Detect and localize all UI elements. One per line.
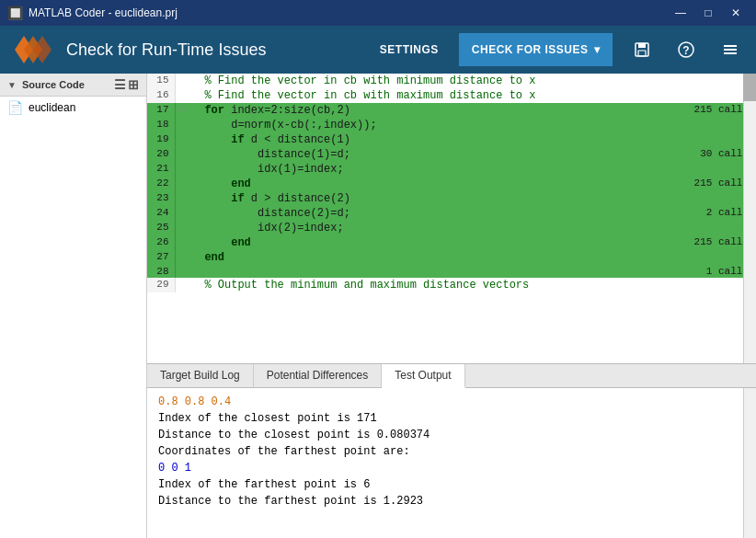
output-line: Index of the farthest point is 6 bbox=[158, 476, 745, 493]
code-line-content: d=norm(x-cb(:,index)); bbox=[188, 118, 662, 132]
line-number: 15 bbox=[147, 74, 175, 88]
call-count: 215 calls bbox=[662, 103, 756, 118]
line-number: 24 bbox=[147, 206, 175, 221]
code-scroll-area[interactable]: 15 % Find the vector in cb with minimum … bbox=[147, 74, 756, 363]
output-area: 0.8 0.8 0.4Index of the closest point is… bbox=[147, 388, 756, 538]
call-count: 2 calls bbox=[662, 206, 756, 221]
code-fold-toggle bbox=[175, 177, 188, 191]
call-count bbox=[662, 88, 756, 103]
code-line-content: end bbox=[188, 250, 662, 265]
line-number: 25 bbox=[147, 221, 175, 235]
line-number: 16 bbox=[147, 88, 175, 103]
code-fold-toggle bbox=[175, 132, 188, 147]
title-bar-controls: — □ ✕ bbox=[668, 0, 749, 26]
output-line: Index of the closest point is 171 bbox=[158, 410, 745, 427]
call-count bbox=[662, 132, 756, 147]
code-line-content: idx(1)=index; bbox=[188, 162, 662, 177]
code-line-content bbox=[188, 265, 662, 278]
code-line-content: distance(1)=d; bbox=[188, 147, 662, 162]
line-number: 29 bbox=[147, 278, 175, 292]
toolbar-left: Check for Run-Time Issues bbox=[11, 31, 266, 68]
line-number: 26 bbox=[147, 235, 175, 250]
sidebar-item-euclidean[interactable]: 📄 euclidean bbox=[0, 97, 146, 119]
code-line-content: distance(2)=d; bbox=[188, 206, 662, 221]
call-count bbox=[662, 221, 756, 235]
output-scrollbar[interactable] bbox=[743, 388, 756, 538]
line-number: 19 bbox=[147, 132, 175, 147]
code-line-content: % Find the vector in cb with minimum dis… bbox=[188, 74, 662, 88]
code-scrollbar[interactable] bbox=[743, 74, 756, 363]
sidebar-header: ▼ Source Code ☰ ⊞ bbox=[0, 74, 146, 97]
call-count bbox=[662, 191, 756, 206]
svg-rect-4 bbox=[638, 43, 646, 48]
code-table: 15 % Find the vector in cb with minimum … bbox=[147, 74, 756, 292]
call-count bbox=[662, 118, 756, 132]
line-number: 20 bbox=[147, 147, 175, 162]
code-line-content: if d > distance(2) bbox=[188, 191, 662, 206]
svg-text:?: ? bbox=[682, 44, 689, 57]
code-fold-toggle bbox=[175, 147, 188, 162]
window-title: MATLAB Coder - euclidean.prj bbox=[29, 6, 178, 19]
save-icon[interactable] bbox=[627, 35, 657, 64]
code-line-content: end bbox=[188, 235, 662, 250]
app-title: Check for Run-Time Issues bbox=[66, 40, 266, 60]
line-number: 27 bbox=[147, 250, 175, 265]
tab-target-build-log[interactable]: Target Build Log bbox=[147, 364, 254, 387]
menu-icon[interactable] bbox=[716, 35, 745, 64]
code-fold-toggle bbox=[175, 235, 188, 250]
svg-rect-8 bbox=[724, 45, 737, 47]
svg-rect-9 bbox=[724, 49, 737, 51]
svg-rect-5 bbox=[638, 51, 646, 56]
code-fold-toggle bbox=[175, 206, 188, 221]
output-line: Distance to the farthest point is 1.2923 bbox=[158, 493, 745, 509]
tree-view-icon[interactable]: ⊞ bbox=[128, 77, 139, 92]
output-line: Coordinates of the farthest point are: bbox=[158, 443, 745, 460]
file-icon: 📄 bbox=[7, 100, 23, 115]
scrollbar-thumb[interactable] bbox=[743, 74, 756, 101]
call-count bbox=[662, 162, 756, 177]
line-number: 18 bbox=[147, 118, 175, 132]
line-number: 22 bbox=[147, 177, 175, 191]
code-fold-toggle bbox=[175, 191, 188, 206]
call-count bbox=[662, 250, 756, 265]
code-fold-toggle bbox=[175, 118, 188, 132]
settings-button[interactable]: SETTINGS bbox=[374, 40, 444, 60]
tab-test-output[interactable]: Test Output bbox=[382, 364, 464, 388]
call-count: 30 calls bbox=[662, 147, 756, 162]
line-number: 17 bbox=[147, 103, 175, 118]
output-line: Distance to the closest point is 0.08037… bbox=[158, 427, 745, 443]
output-line: 0 0 1 bbox=[158, 460, 745, 476]
code-fold-toggle bbox=[175, 162, 188, 177]
call-count bbox=[662, 278, 756, 292]
bottom-panel: Target Build Log Potential Differences T… bbox=[147, 363, 756, 538]
output-line: 0.8 0.8 0.4 bbox=[158, 394, 745, 410]
help-icon[interactable]: ? bbox=[671, 35, 701, 64]
code-fold-toggle bbox=[175, 265, 188, 278]
maximize-button[interactable]: □ bbox=[695, 0, 721, 26]
line-number: 28 bbox=[147, 265, 175, 278]
app-toolbar: Check for Run-Time Issues SETTINGS CHECK… bbox=[0, 26, 756, 74]
sidebar-expand-arrow[interactable]: ▼ bbox=[7, 80, 17, 90]
check-issues-button[interactable]: CHECK FOR ISSUES ▾ bbox=[459, 33, 613, 66]
close-button[interactable]: ✕ bbox=[723, 0, 749, 26]
code-line-content: for index=2:size(cb,2) bbox=[188, 103, 662, 118]
toolbar-right: SETTINGS CHECK FOR ISSUES ▾ ? bbox=[374, 33, 745, 66]
call-count: 215 calls bbox=[662, 235, 756, 250]
code-fold-toggle bbox=[175, 74, 188, 88]
sidebar-title: Source Code bbox=[22, 79, 85, 90]
line-number: 23 bbox=[147, 191, 175, 206]
call-count: 215 calls bbox=[662, 177, 756, 191]
tabs-bar: Target Build Log Potential Differences T… bbox=[147, 364, 756, 388]
code-line-content: if d < distance(1) bbox=[188, 132, 662, 147]
tab-potential-differences[interactable]: Potential Differences bbox=[254, 364, 383, 387]
code-fold-toggle bbox=[175, 221, 188, 235]
code-fold-toggle bbox=[175, 278, 188, 292]
minimize-button[interactable]: — bbox=[668, 0, 693, 26]
code-fold-toggle bbox=[175, 88, 188, 103]
call-count bbox=[662, 74, 756, 88]
code-line-content: % Find the vector in cb with maximum dis… bbox=[188, 88, 662, 103]
code-fold-toggle[interactable]: □ bbox=[175, 103, 188, 118]
code-line-content: idx(2)=index; bbox=[188, 221, 662, 235]
matlab-logo bbox=[11, 31, 55, 68]
list-view-icon[interactable]: ☰ bbox=[114, 77, 126, 92]
